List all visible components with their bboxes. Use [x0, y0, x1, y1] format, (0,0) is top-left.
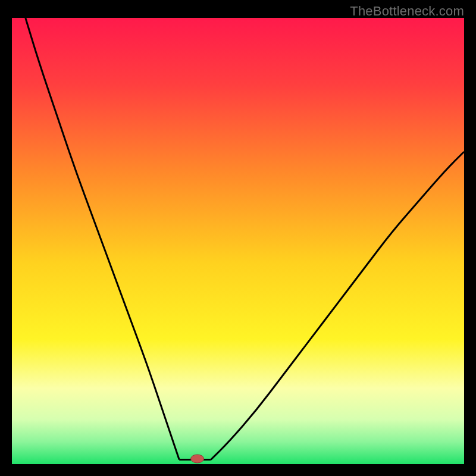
- watermark-text: TheBottleneck.com: [350, 4, 464, 19]
- optimum-marker: [191, 455, 204, 463]
- chart-frame: TheBottleneck.com: [0, 0, 476, 476]
- gradient-background: [12, 18, 464, 464]
- bottleneck-chart: [12, 18, 464, 464]
- plot-area: [12, 18, 464, 464]
